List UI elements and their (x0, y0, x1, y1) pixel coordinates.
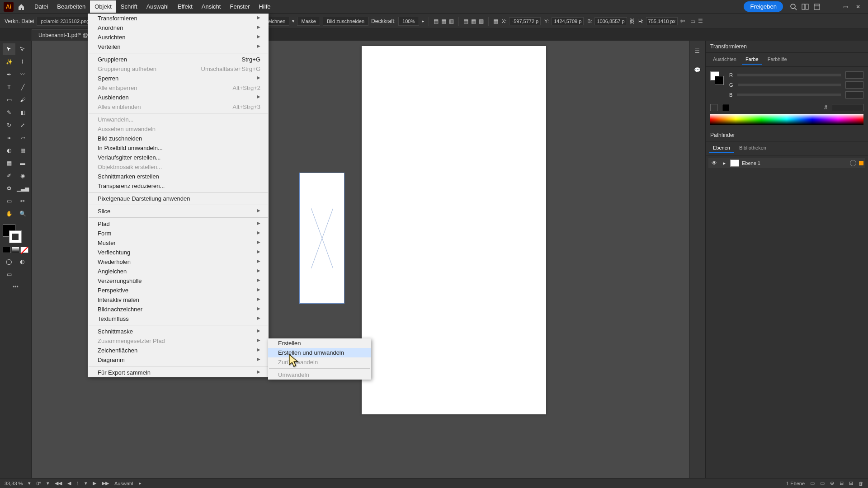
menu-verflechtung[interactable]: Verflechtung▶ (88, 248, 269, 257)
mesh-tool-icon[interactable]: ▦ (3, 157, 15, 169)
hand-tool-icon[interactable]: ✋ (3, 208, 15, 220)
dropdown-arrow-icon[interactable]: ▾ (292, 19, 294, 23)
align-bottom-icon[interactable]: ▥ (479, 18, 484, 24)
menu-muster[interactable]: Muster▶ (88, 238, 269, 248)
menu-hilfe[interactable]: Hilfe (255, 0, 275, 13)
symbol-sprayer-tool-icon[interactable]: ✿ (3, 183, 15, 194)
menu-gruppieren[interactable]: GruppierenStrg+G (88, 55, 269, 64)
menu-angleichen[interactable]: Angleichen▶ (88, 267, 269, 276)
pen-tool-icon[interactable]: ✒ (3, 69, 15, 80)
scale-tool-icon[interactable]: ⤢ (16, 119, 29, 131)
artboard-nav-next-icon[interactable]: ▶▶ (102, 480, 109, 486)
zoom-value[interactable]: 33,33 % (5, 481, 23, 486)
menu-diagramm[interactable]: Diagramm▶ (88, 355, 269, 365)
layer-name[interactable]: Ebene 1 (742, 160, 847, 166)
transform-ref-icon[interactable]: ▦ (493, 18, 498, 24)
artboard-tool-icon[interactable]: ▭ (3, 195, 15, 207)
menu-verzerrungshuelle[interactable]: Verzerrungshülle▶ (88, 276, 269, 286)
align-left-icon[interactable]: ▤ (434, 18, 439, 24)
pathfinder-panel-header[interactable]: Pathfinder (706, 129, 868, 141)
filename-field[interactable]: polaroid-2315182.png (37, 17, 93, 26)
submenu-erstellen[interactable]: Erstellen (268, 338, 371, 348)
menu-slice[interactable]: Slice▶ (88, 206, 269, 216)
none-color-icon[interactable] (710, 104, 717, 111)
artboard-nav-back-icon[interactable]: ◀ (67, 480, 71, 486)
layer-row[interactable]: 👁 ▸ Ebene 1 (708, 158, 865, 168)
menu-zeichenflaechen[interactable]: Zeichenflächen▶ (88, 346, 269, 355)
rectangle-tool-icon[interactable]: ▭ (3, 94, 15, 106)
trash-icon[interactable]: 🗑 (859, 481, 863, 486)
menu-textumfluss[interactable]: Textumfluss▶ (88, 314, 269, 324)
g-value[interactable] (845, 81, 863, 89)
search-icon[interactable] (788, 1, 799, 13)
menu-in-pixelbild[interactable]: In Pixelbild umwandeln... (88, 143, 269, 153)
crop-tool-icon[interactable]: ✄ (680, 18, 685, 24)
none-mode-icon[interactable] (20, 247, 28, 253)
magic-wand-tool-icon[interactable]: ✨ (3, 56, 15, 68)
menu-schnittmarken[interactable]: Schnittmarken erstellen (88, 172, 269, 181)
free-transform-tool-icon[interactable]: ▱ (16, 132, 29, 144)
direct-selection-tool-icon[interactable] (16, 43, 29, 55)
menu-interaktiv-malen[interactable]: Interaktiv malen▶ (88, 295, 269, 305)
menu-schnittmaske[interactable]: Schnittmaske▶ (88, 327, 269, 336)
fill-stroke-swatch[interactable] (3, 224, 23, 244)
menu-effekt[interactable]: Effekt (173, 0, 197, 13)
line-tool-icon[interactable]: ╱ (16, 81, 29, 93)
type-tool-icon[interactable]: T (3, 81, 15, 93)
graph-tool-icon[interactable]: ▁▃▅ (16, 183, 29, 194)
tab-ebenen[interactable]: Ebenen (709, 143, 734, 153)
width-tool-icon[interactable]: ≈ (3, 132, 15, 144)
black-color-icon[interactable] (722, 104, 729, 111)
slice-tool-icon[interactable]: ✂ (16, 195, 29, 207)
rotation-value[interactable]: 0° (36, 481, 41, 486)
properties-icon[interactable]: ☰ (698, 18, 703, 24)
document-tab[interactable]: Unbenannt-1.pdf* @ (32, 29, 95, 41)
menu-anordnen[interactable]: Anordnen▶ (88, 23, 269, 33)
draw-behind-icon[interactable]: ◐ (16, 256, 29, 267)
hex-value[interactable] (832, 104, 863, 111)
opacity-arrow-icon[interactable]: ▸ (422, 19, 424, 23)
layers-icon-5[interactable]: ⊞ (849, 480, 853, 486)
edit-toolbar-icon[interactable]: ••• (0, 284, 31, 290)
menu-zusammengesetzter-pfad[interactable]: Zusammengesetzter Pfad▶ (88, 336, 269, 346)
status-dropdown-icon[interactable]: ▸ (139, 480, 142, 486)
gradient-tool-icon[interactable]: ▬ (16, 157, 29, 169)
perspective-grid-tool-icon[interactable]: ▦ (16, 145, 29, 156)
home-icon[interactable] (16, 2, 26, 12)
menu-pixelgenau[interactable]: Pixelgenaue Darstellung anwenden (88, 194, 269, 203)
tab-farbhilfe[interactable]: Farbhilfe (764, 55, 791, 65)
layers-icon-1[interactable]: ▭ (810, 480, 815, 486)
w-value[interactable]: 1006,8557 p (594, 17, 627, 25)
artboard-nav-prev-icon[interactable]: ◀◀ (55, 480, 62, 486)
properties-panel-icon[interactable]: ☰ (693, 46, 703, 56)
menu-datei[interactable]: Datei (30, 0, 52, 13)
eraser-tool-icon[interactable]: ◧ (16, 107, 29, 118)
h-value[interactable]: 755,1418 px (646, 17, 678, 25)
maximize-icon[interactable]: ▭ (839, 2, 852, 11)
artboard-number[interactable]: 1 (76, 481, 79, 486)
color-mode-icon[interactable] (3, 247, 11, 253)
lasso-tool-icon[interactable]: ⌇ (16, 56, 29, 68)
menu-schrift[interactable]: Schrift (116, 0, 142, 13)
submenu-erstellen-umwandeln[interactable]: Erstellen und umwandeln (268, 348, 371, 357)
rotate-tool-icon[interactable]: ↻ (3, 119, 15, 131)
layers-icon-3[interactable]: ⊕ (830, 480, 834, 486)
minimize-icon[interactable]: — (826, 2, 839, 11)
color-spectrum[interactable] (710, 114, 863, 125)
r-value[interactable] (845, 71, 863, 79)
menu-verteilen[interactable]: Verteilen▶ (88, 42, 269, 52)
opacity-value[interactable]: 100% (398, 17, 419, 26)
menu-bearbeiten[interactable]: Bearbeiten (52, 0, 90, 13)
target-icon[interactable] (850, 160, 856, 166)
y-value[interactable]: 1424,5709 p (552, 17, 584, 25)
menu-verlaufsgitter[interactable]: Verlaufsgitter erstellen... (88, 153, 269, 162)
tab-farbe[interactable]: Farbe (742, 55, 762, 65)
menu-ausblenden[interactable]: Ausblenden▶ (88, 93, 269, 102)
shape-builder-tool-icon[interactable]: ◐ (3, 145, 15, 156)
visibility-icon[interactable]: 👁 (710, 160, 718, 166)
selection-tool-icon[interactable] (3, 43, 15, 55)
share-button[interactable]: Freigeben (744, 1, 783, 12)
menu-form[interactable]: Form▶ (88, 229, 269, 238)
menu-transparenz[interactable]: Transparenz reduzieren... (88, 181, 269, 191)
menu-wiederholen[interactable]: Wiederholen▶ (88, 257, 269, 267)
